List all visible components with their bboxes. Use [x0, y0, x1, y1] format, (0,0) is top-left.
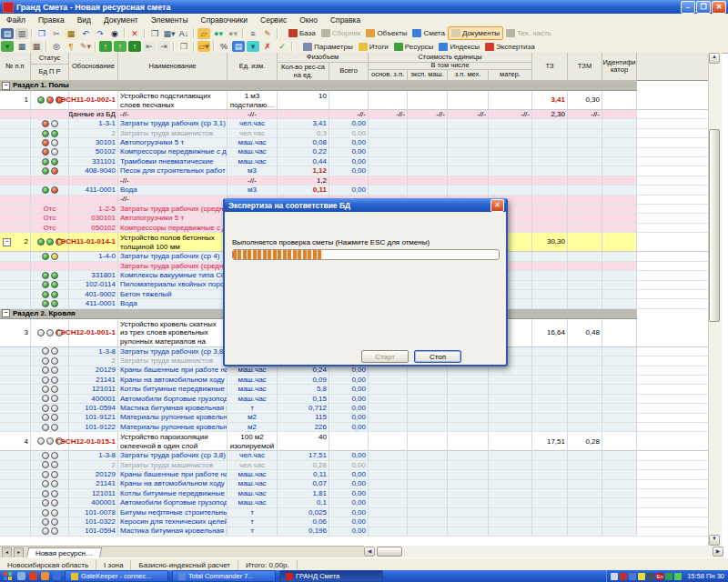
table-row[interactable]: 1-3-8Затраты труда рабочих (ср 3,8)чел.ч… [0, 451, 708, 460]
tray-browser-icon[interactable] [665, 573, 672, 580]
table-row[interactable]: 20129Краны башенные при работе на д…маш.… [0, 366, 708, 376]
menu-справка[interactable]: Справка [324, 15, 367, 25]
sheet-out-icon[interactable]: ⇥ [157, 41, 170, 52]
smeta-button[interactable]: Смета [410, 27, 447, 39]
close-button[interactable]: ✕ [712, 1, 726, 14]
menu-сервис[interactable]: Сервис [254, 15, 293, 25]
table-row[interactable]: 4ГЭСН12-01-015-1Устройство пароизоляции … [0, 432, 708, 451]
edit-note-icon[interactable]: ✎ [261, 28, 274, 39]
menu-окно[interactable]: Окно [293, 15, 324, 25]
objects-button[interactable]: Объекты [363, 27, 410, 39]
remove-x-icon[interactable]: ✗ [261, 41, 274, 52]
list-icon[interactable]: ≡ [247, 28, 259, 39]
quicklaunch-opera-icon[interactable] [29, 572, 37, 580]
base-button[interactable]: База [286, 27, 318, 39]
add-row-icon[interactable]: ↑ [99, 41, 112, 52]
table-row[interactable]: 101-0594Мастика битумная кровельная го…т… [0, 527, 708, 537]
sheet-blue-icon[interactable]: ▤ [232, 41, 245, 52]
tray-shield-icon[interactable] [647, 573, 654, 580]
copy-icon[interactable]: ❐ [35, 28, 48, 39]
documents-button[interactable]: Документы [448, 26, 503, 40]
copy-sheet-icon[interactable]: ❐ [177, 41, 190, 52]
table-row[interactable]: 101-9122Материалы рулонные кровельны…м22… [0, 423, 708, 432]
bookmark-icon[interactable]: ▾ [247, 41, 259, 52]
parameters-button[interactable]: Параметры [300, 41, 356, 53]
menu-документ[interactable]: Документ [97, 15, 145, 25]
calculator-icon[interactable]: ▦ [30, 41, 43, 52]
grid-icon[interactable]: ▦ [15, 41, 28, 52]
table-row[interactable]: 408-9040Песок для строительных работ п…м… [0, 166, 708, 176]
horizontal-scrollbar[interactable] [364, 546, 723, 557]
task-total-commander[interactable]: Total Commander 7... [172, 570, 276, 582]
table-row[interactable]: 331101Трамбовки пневматическиемаш.час0,4… [0, 157, 708, 166]
start-button[interactable] [4, 572, 12, 580]
window-icon[interactable]: ❒ [148, 28, 161, 39]
cut-icon[interactable]: ✂ [50, 28, 63, 39]
folder2-icon[interactable]: ▱▾ [197, 41, 210, 52]
print-icon[interactable]: ▥ [15, 28, 28, 39]
add-child-icon[interactable]: ↑ [114, 41, 126, 52]
table-row[interactable]: 101-0078Битумы нефтяные строительные …т0… [0, 508, 708, 517]
menu-вид[interactable]: Вид [71, 15, 97, 25]
table-row[interactable]: 1ГЭСН11-01-002-1Устройство подстилающих … [0, 91, 708, 110]
find-icon[interactable]: ◉ [108, 28, 121, 39]
sort-icon[interactable]: A↓ [177, 28, 190, 39]
scroll-up-icon[interactable]: ▲ [709, 53, 720, 64]
start-button-dialog[interactable]: Старт [361, 350, 409, 363]
tray-display-icon[interactable] [620, 573, 627, 580]
table-row[interactable]: 20129Краны башенные при работе на д…маш.… [0, 470, 708, 479]
tray-network-icon[interactable] [629, 573, 636, 580]
section-row[interactable]: −Раздел 1. Полы [0, 81, 708, 91]
table-row[interactable]: 1-3-1Затраты труда рабочих (ср 3,1)чел.ч… [0, 119, 708, 128]
undo-icon[interactable]: ↶ [79, 28, 92, 39]
minimize-button[interactable]: – [681, 1, 695, 14]
save-icon[interactable]: ▤ [1, 28, 14, 39]
dialog-title-bar[interactable]: Экспертиза на соответствие БД [225, 198, 506, 212]
tray-language-icon[interactable]: En [656, 573, 663, 580]
table-row[interactable]: 21141Краны на автомобильном ходу пр…маш.… [0, 376, 708, 385]
task-grand-smeta[interactable]: ГРАНД Смета [279, 570, 383, 582]
table-row[interactable]: 101-0594Мастика битумная кровельная го…т… [0, 404, 708, 413]
menu-файл[interactable]: Файл [0, 15, 32, 25]
collapse-icon[interactable]: − [2, 82, 10, 90]
table-row[interactable]: 2Затраты труда машинистовчел.час0,280,00 [0, 461, 708, 470]
table-row[interactable]: 101-9121Материалы рулонные кровельны…м21… [0, 414, 708, 423]
horizontal-scroll-thumb[interactable] [377, 547, 402, 557]
table-row[interactable]: 21141Краны на автомобильном ходу пр…маш.… [0, 480, 708, 489]
view-table-icon[interactable]: ▦▾ [163, 28, 176, 39]
globe-gray-icon[interactable]: ●▾ [227, 28, 239, 39]
check-list-icon[interactable]: ✓ [276, 41, 288, 52]
percent-icon[interactable]: % [217, 41, 230, 52]
menu-справочники[interactable]: Справочники [195, 15, 255, 25]
expertise-button[interactable]: Экспертиза [482, 41, 538, 53]
menu-элементы[interactable]: Элементы [145, 15, 195, 25]
table-row[interactable]: 2Затраты труда машинистовчел.час0,30,00 [0, 129, 708, 138]
quicklaunch-messenger-icon[interactable] [17, 572, 25, 580]
tray-agent-icon[interactable] [674, 573, 682, 580]
flag-icon[interactable]: ▾ [1, 41, 14, 52]
table-row[interactable]: -//--//-1,2 [0, 176, 708, 186]
scroll-right-icon[interactable]: ▶ [713, 547, 723, 557]
paste-icon[interactable]: ▦ [65, 28, 77, 39]
task-gatekeeper[interactable]: GateKeeper - connec... [65, 570, 168, 582]
collapse-icon[interactable]: − [2, 309, 10, 317]
stop-button-dialog[interactable]: Стоп [414, 350, 461, 363]
add-section-icon[interactable]: ↑ [128, 41, 141, 52]
table-row[interactable]: 101-0322Керосин для технических целей н…… [0, 517, 708, 527]
vertical-scroll-thumb[interactable] [709, 129, 720, 322]
menu-правка[interactable]: Правка [32, 15, 71, 25]
globe-green-icon[interactable]: ●▾ [212, 28, 225, 39]
redo-icon[interactable]: ↷ [94, 28, 106, 39]
table-row[interactable]: 121011Котлы битумные передвижные 4…маш.ч… [0, 489, 708, 498]
totals-button[interactable]: Итоги [356, 41, 391, 53]
position-icon[interactable]: ¶ [65, 41, 77, 52]
quicklaunch-firefox-icon[interactable] [41, 572, 49, 580]
tray-traffic-icon[interactable] [638, 573, 645, 580]
maximize-button[interactable]: ❐ [696, 1, 711, 14]
indexes-button[interactable]: Индексы [436, 41, 482, 53]
tray-volume-icon[interactable] [611, 573, 618, 580]
table-row[interactable]: 50102Компрессоры передвижные с дви…маш.ч… [0, 148, 708, 157]
resources-button[interactable]: Ресурсы [391, 41, 437, 53]
scroll-down-icon[interactable]: ▼ [709, 535, 720, 546]
edit-icon[interactable]: ✎▾ [79, 41, 92, 52]
